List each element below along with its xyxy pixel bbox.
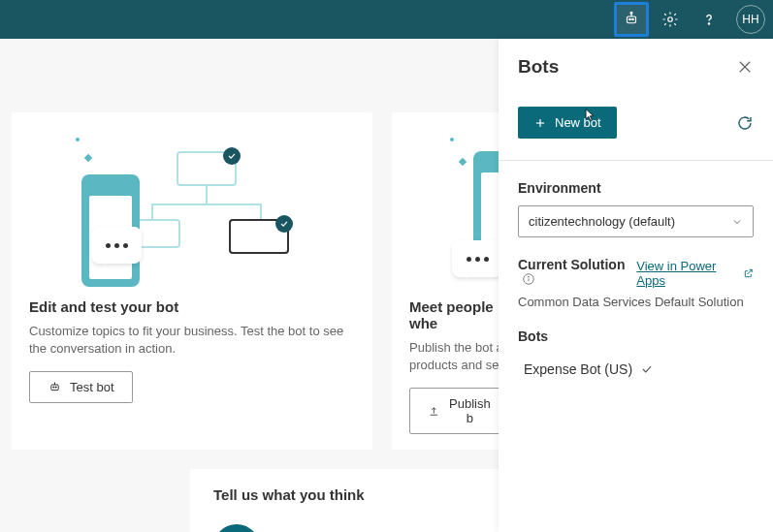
svg-point-8 (53, 387, 54, 388)
card-edit-test: Edit and test your bot Customize topics … (12, 112, 372, 450)
avatar[interactable]: HH (736, 5, 765, 34)
svg-point-9 (55, 387, 56, 388)
svg-rect-7 (51, 385, 59, 391)
svg-point-5 (668, 17, 673, 22)
panel-title: Bots (518, 56, 559, 78)
info-icon[interactable] (522, 272, 535, 286)
svg-point-19 (529, 276, 530, 277)
card-illustration (12, 112, 372, 287)
view-in-power-apps-link[interactable]: View in Power Apps (636, 259, 754, 288)
close-icon[interactable] (736, 58, 754, 76)
current-solution-label: Current Solution (518, 257, 636, 289)
plus-icon (533, 116, 547, 130)
refresh-icon[interactable] (736, 114, 754, 132)
svg-point-1 (629, 18, 631, 20)
external-link-icon (743, 267, 754, 279)
environment-dropdown[interactable]: citizentechnology (default) (518, 205, 754, 237)
check-icon (640, 362, 654, 376)
test-bot-button[interactable]: Test bot (29, 371, 133, 403)
help-button[interactable] (692, 2, 726, 37)
bots-panel: Bots New bot Environment citizentechnolo… (499, 39, 773, 532)
bot-name: Expense Bot (US) (524, 361, 632, 377)
svg-point-2 (632, 18, 634, 20)
bot-icon (48, 380, 62, 394)
bot-panel-toggle[interactable] (614, 2, 649, 37)
svg-point-6 (708, 23, 709, 24)
bots-list-label: Bots (518, 329, 754, 344)
solution-name: Common Data Services Default Solution (518, 295, 754, 309)
bot-list-item[interactable]: Expense Bot (US) (518, 354, 754, 385)
button-label: Test bot (70, 380, 114, 394)
environment-label: Environment (518, 180, 754, 196)
settings-button[interactable] (653, 2, 688, 37)
help-icon (700, 11, 718, 28)
svg-point-4 (630, 12, 632, 14)
card-title: Edit and test your bot (12, 287, 372, 323)
upload-icon (428, 404, 440, 419)
button-label: Publish b (448, 396, 492, 425)
gear-icon (661, 11, 679, 28)
bot-icon (623, 11, 640, 28)
chevron-down-icon (731, 216, 743, 228)
publish-bot-button[interactable]: Publish b (409, 388, 510, 434)
svg-rect-0 (628, 16, 636, 23)
app-header: HH (0, 0, 773, 39)
divider (499, 160, 773, 161)
dropdown-value: citizentechnology (default) (529, 214, 675, 229)
community-icon (213, 524, 260, 532)
card-description: Customize topics to fit your business. T… (12, 323, 372, 371)
button-label: New bot (555, 115, 601, 130)
new-bot-button[interactable]: New bot (518, 107, 617, 139)
